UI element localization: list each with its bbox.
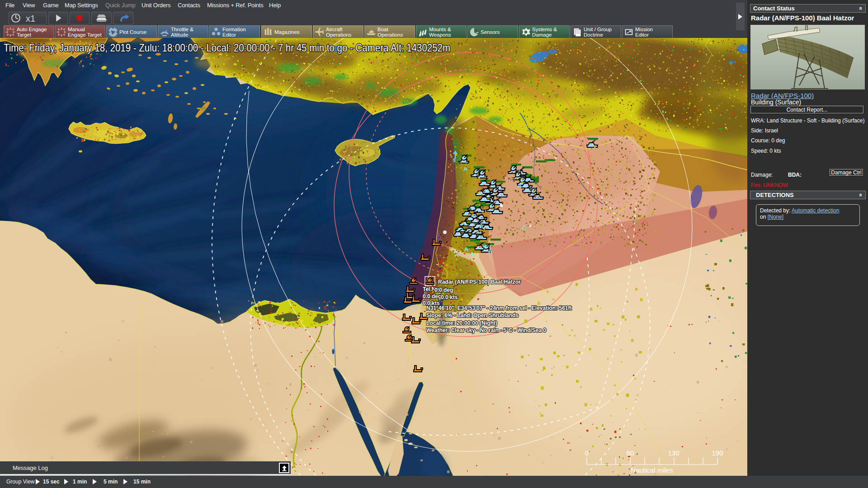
svg-text:N31°46'10", E34°53'07" - 24nm: N31°46'10", E34°53'07" - 24nm from sel -… bbox=[426, 305, 572, 311]
svg-text:Radar (AN/FPS-100) Baal Hatzor: Radar (AN/FPS-100) Baal Hatzor bbox=[438, 279, 521, 285]
svg-text:130: 130 bbox=[668, 449, 679, 457]
svg-text:0.0 deg: 0.0 deg bbox=[434, 287, 453, 293]
svg-text:Local time: 20:00:00 (Night): Local time: 20:00:00 (Night) bbox=[426, 320, 497, 326]
svg-text:Slope: 6% - Land: Open Shrubl: Slope: 6% - Land: Open Shrublands bbox=[426, 312, 519, 319]
svg-text:190: 190 bbox=[712, 449, 723, 457]
svg-text:A: A bbox=[483, 242, 487, 249]
svg-text:x1: x1 bbox=[26, 14, 35, 23]
svg-text:A: A bbox=[479, 223, 484, 230]
svg-text:Weather: Clear sky - No rain -: Weather: Clear sky - No rain - 5°C - Win… bbox=[426, 327, 547, 333]
svg-text:Nautical miles: Nautical miles bbox=[631, 466, 673, 474]
svg-text:0.0 kts: 0.0 kts bbox=[441, 294, 458, 300]
svg-text:A: A bbox=[488, 248, 493, 254]
svg-text:0: 0 bbox=[585, 449, 589, 457]
svg-text:Time: Friday, January 18, 2019: Time: Friday, January 18, 2019 - Zulu: 1… bbox=[4, 42, 450, 54]
svg-text:0.0 deg: 0.0 deg bbox=[423, 293, 441, 300]
svg-text:60: 60 bbox=[627, 449, 634, 457]
svg-text:A: A bbox=[470, 251, 475, 258]
